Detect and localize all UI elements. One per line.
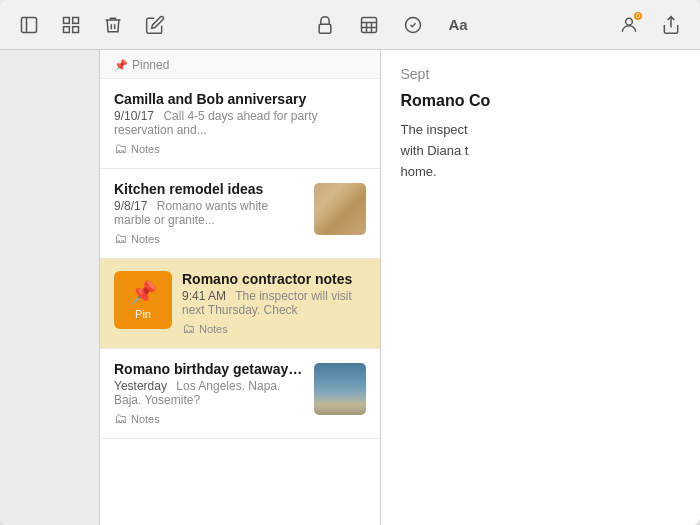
- detail-body-line2: with Diana t: [401, 143, 469, 158]
- toolbar: Aa 0: [0, 0, 700, 50]
- font-button[interactable]: Aa: [440, 8, 476, 42]
- table-button[interactable]: [352, 8, 386, 42]
- toolbar-left: [12, 8, 172, 42]
- pin-icon: 📌: [114, 59, 128, 72]
- note-title-3: Romano contractor notes: [182, 271, 366, 287]
- note-date-4: Yesterday: [114, 379, 167, 393]
- svg-rect-4: [64, 26, 70, 32]
- folder-icon-2: 🗂: [114, 231, 127, 246]
- rocks-image: [314, 363, 366, 415]
- svg-rect-2: [64, 17, 70, 23]
- note-folder-label-4: Notes: [131, 413, 160, 425]
- note-folder-label-3: Notes: [199, 323, 228, 335]
- svg-rect-5: [73, 26, 79, 32]
- note-meta-2: 9/8/17 Romano wants white marble or gran…: [114, 199, 304, 227]
- note-thumbnail-wood: [314, 183, 366, 235]
- sidebar-toggle-button[interactable]: [12, 8, 46, 42]
- pin-label: Pin: [135, 308, 151, 320]
- detail-month: Sept: [401, 66, 681, 82]
- note-content-3: Romano contractor notes 9:41 AM The insp…: [182, 271, 366, 336]
- share-button[interactable]: [654, 8, 688, 42]
- note-item-2[interactable]: Kitchen remodel ideas 9/8/17 Romano want…: [100, 169, 380, 259]
- lock-button[interactable]: [308, 8, 342, 42]
- note-meta-3: 9:41 AM The inspector will visit next Th…: [182, 289, 366, 317]
- pin-symbol: 📌: [130, 280, 157, 306]
- note-content-1: Camilla and Bob anniversary 9/10/17 Call…: [114, 91, 366, 156]
- wood-image: [314, 183, 366, 235]
- note-item-3[interactable]: 📌 Pin Romano contractor notes 9:41 AM Th…: [100, 259, 380, 349]
- note-folder-label-1: Notes: [131, 143, 160, 155]
- detail-body: The inspect with Diana t home.: [401, 120, 681, 182]
- svg-rect-7: [362, 17, 377, 32]
- svg-point-13: [626, 18, 633, 25]
- note-folder-label-2: Notes: [131, 233, 160, 245]
- user-button[interactable]: 0: [612, 8, 646, 42]
- checklist-button[interactable]: [396, 8, 430, 42]
- app-window: Aa 0: [0, 0, 700, 525]
- detail-body-line3: home.: [401, 164, 437, 179]
- svg-rect-0: [22, 17, 37, 32]
- grid-view-button[interactable]: [54, 8, 88, 42]
- svg-rect-3: [73, 17, 79, 23]
- note-thumbnail-rocks: [314, 363, 366, 415]
- note-content-2: Kitchen remodel ideas 9/8/17 Romano want…: [114, 181, 304, 246]
- svg-rect-6: [319, 24, 331, 33]
- note-item-4[interactable]: Romano birthday getaway ideas Yesterday …: [100, 349, 380, 439]
- note-folder-1: 🗂 Notes: [114, 141, 366, 156]
- note-date-1: 9/10/17: [114, 109, 154, 123]
- note-folder-3: 🗂 Notes: [182, 321, 366, 336]
- sidebar: [0, 50, 100, 525]
- note-list: 📌 Pinned Camilla and Bob anniversary 9/1…: [100, 50, 381, 525]
- toolbar-right: 0: [612, 8, 688, 42]
- folder-icon-4: 🗂: [114, 411, 127, 426]
- note-title-4: Romano birthday getaway ideas: [114, 361, 304, 377]
- delete-button[interactable]: [96, 8, 130, 42]
- note-date-2: 9/8/17: [114, 199, 147, 213]
- folder-icon-3: 🗂: [182, 321, 195, 336]
- note-item[interactable]: Camilla and Bob anniversary 9/10/17 Call…: [100, 79, 380, 169]
- pinned-header: 📌 Pinned: [100, 50, 380, 79]
- compose-button[interactable]: [138, 8, 172, 42]
- note-date-3: 9:41 AM: [182, 289, 226, 303]
- note-folder-2: 🗂 Notes: [114, 231, 304, 246]
- main-area: 📌 Pinned Camilla and Bob anniversary 9/1…: [0, 50, 700, 525]
- pin-button-3[interactable]: 📌 Pin: [114, 271, 172, 329]
- note-content-4: Romano birthday getaway ideas Yesterday …: [114, 361, 304, 426]
- folder-icon-1: 🗂: [114, 141, 127, 156]
- note-title-2: Kitchen remodel ideas: [114, 181, 304, 197]
- detail-title: Romano Co: [401, 92, 681, 110]
- note-title-1: Camilla and Bob anniversary: [114, 91, 366, 107]
- detail-panel: Sept Romano Co The inspect with Diana t …: [381, 50, 701, 525]
- detail-body-line1: The inspect: [401, 122, 468, 137]
- pinned-label: Pinned: [132, 58, 169, 72]
- toolbar-center: Aa: [308, 8, 476, 42]
- note-meta-4: Yesterday Los Angeles. Napa. Baja. Yosem…: [114, 379, 304, 407]
- note-meta-1: 9/10/17 Call 4-5 days ahead for party re…: [114, 109, 366, 137]
- note-folder-4: 🗂 Notes: [114, 411, 304, 426]
